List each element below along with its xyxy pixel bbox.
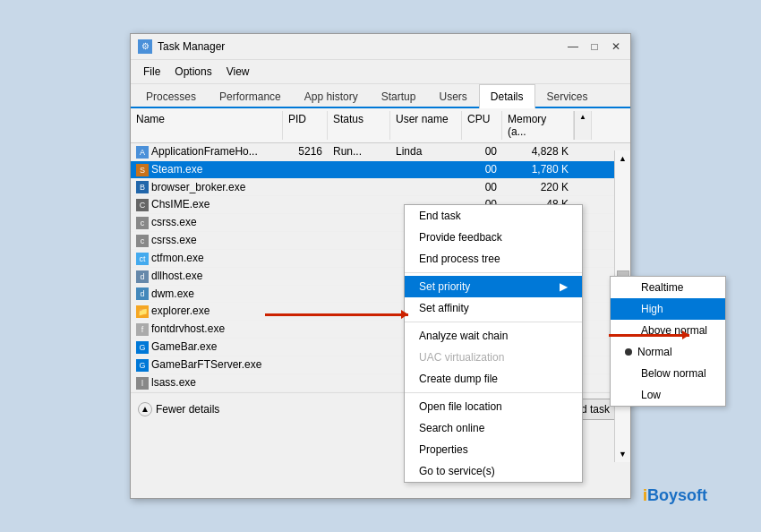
- table-row[interactable]: AApplicationFrameHo... 5216 Run... Linda…: [131, 143, 630, 161]
- col-user[interactable]: User name: [390, 111, 462, 140]
- ctx-provide-feedback[interactable]: Provide feedback: [405, 227, 582, 248]
- cell-status: [328, 214, 390, 231]
- ctx-create-dump[interactable]: Create dump file: [405, 368, 582, 390]
- cell-pid: [283, 374, 328, 391]
- tab-users[interactable]: Users: [427, 84, 478, 108]
- cell-name: ddwm.exe: [131, 286, 283, 303]
- title-bar-controls: — □ ✕: [566, 39, 623, 54]
- cell-memory: 1,780 K: [502, 161, 574, 178]
- cell-name: 📁explorer.exe: [131, 303, 283, 320]
- ctx-search-online[interactable]: Search online: [405, 417, 582, 439]
- ctx-set-affinity[interactable]: Set affinity: [405, 297, 582, 319]
- menu-file[interactable]: File: [138, 64, 166, 80]
- col-cpu[interactable]: CPU: [462, 111, 502, 140]
- tab-performance[interactable]: Performance: [208, 84, 293, 108]
- cell-name: ccsrss.exe: [131, 232, 283, 249]
- iboysoftbrand: iBoysoft: [643, 486, 707, 505]
- highlight-arrow-high: [609, 334, 689, 337]
- cell-pid: [283, 214, 328, 231]
- menu-options[interactable]: Options: [169, 64, 217, 80]
- cell-name: CChsIME.exe: [131, 196, 283, 213]
- cell-name: llsass.exe: [131, 374, 283, 391]
- tab-processes[interactable]: Processes: [134, 84, 208, 108]
- table-header: Name PID Status User name CPU Memory (a.…: [131, 108, 630, 143]
- cell-name: Bbrowser_broker.exe: [131, 179, 283, 196]
- cell-status: [328, 356, 390, 373]
- tab-details[interactable]: Details: [479, 84, 535, 108]
- app-icon: ⚙: [138, 39, 152, 54]
- ctx-go-to-service[interactable]: Go to service(s): [405, 460, 582, 482]
- sub-below-normal[interactable]: Below normal: [611, 363, 725, 384]
- cell-name: AApplicationFrameHo...: [131, 143, 283, 160]
- cell-memory: 4,828 K: [502, 143, 574, 160]
- cell-name: GGameBarFTServer.exe: [131, 356, 283, 373]
- table-row[interactable]: Bbrowser_broker.exe 00 220 K: [131, 179, 630, 197]
- cell-name: ffontdrvhost.exe: [131, 321, 283, 338]
- cell-extra: [574, 143, 592, 160]
- submenu-priority: Realtime High Above normal Normal Below …: [610, 276, 726, 407]
- cell-pid: [283, 196, 328, 213]
- tab-services[interactable]: Services: [535, 84, 600, 108]
- cell-user: [390, 161, 462, 178]
- tab-startup[interactable]: Startup: [370, 84, 428, 108]
- tab-app-history[interactable]: App history: [293, 84, 370, 108]
- cell-name: SSteam.exe: [131, 161, 283, 178]
- col-memory[interactable]: Memory (a...: [502, 111, 574, 140]
- col-pid[interactable]: PID: [283, 111, 328, 140]
- sub-normal[interactable]: Normal: [611, 341, 725, 363]
- ctx-separator-2: [405, 322, 582, 322]
- ctx-uac-virtualization[interactable]: UAC virtualization: [405, 347, 582, 368]
- tab-bar: Processes Performance App history Startu…: [131, 84, 630, 108]
- sub-low[interactable]: Low: [611, 384, 725, 406]
- col-status[interactable]: Status: [328, 111, 390, 140]
- scroll-down-arrow[interactable]: ▼: [619, 450, 627, 459]
- cell-name: ctctfmon.exe: [131, 250, 283, 267]
- sub-high[interactable]: High: [611, 298, 725, 320]
- close-button[interactable]: ✕: [609, 39, 623, 54]
- menu-view[interactable]: View: [221, 64, 255, 80]
- scroll-up-arrow[interactable]: ▲: [579, 113, 586, 121]
- sub-above-normal[interactable]: Above normal: [611, 320, 725, 341]
- ctx-separator-1: [405, 272, 582, 273]
- fewer-details-icon: ▲: [138, 402, 152, 416]
- ctx-separator-3: [405, 392, 582, 393]
- ctx-end-process-tree[interactable]: End process tree: [405, 248, 582, 270]
- scroll-up-arrow[interactable]: ▲: [619, 154, 627, 163]
- col-scroll: ▲: [574, 111, 592, 140]
- menu-bar: File Options View: [131, 60, 630, 84]
- cell-user: [390, 179, 462, 196]
- cell-pid: [283, 179, 328, 196]
- fewer-details-button[interactable]: ▲ Fewer details: [138, 402, 219, 416]
- ctx-end-task[interactable]: End task: [405, 205, 582, 227]
- ctx-analyze-wait[interactable]: Analyze wait chain: [405, 325, 582, 347]
- brand-boysoft: Boysoft: [647, 486, 707, 504]
- sub-realtime[interactable]: Realtime: [611, 277, 725, 298]
- ctx-set-priority[interactable]: Set priority ▶: [405, 276, 582, 297]
- task-manager-window: ⚙ Task Manager — □ ✕ File Options View P…: [130, 33, 631, 499]
- ctx-open-location[interactable]: Open file location: [405, 396, 582, 417]
- cell-extra: [574, 161, 592, 178]
- fewer-details-label: Fewer details: [156, 403, 219, 416]
- cell-user: Linda: [390, 143, 462, 160]
- cell-pid: [283, 161, 328, 178]
- cell-name: ccsrss.exe: [131, 214, 283, 231]
- col-name[interactable]: Name: [131, 111, 283, 140]
- cell-status: [328, 179, 390, 196]
- maximize-button[interactable]: □: [587, 39, 602, 54]
- ctx-properties[interactable]: Properties: [405, 439, 582, 460]
- radio-dot-icon: [625, 348, 632, 356]
- cell-cpu: 00: [462, 179, 502, 196]
- minimize-button[interactable]: —: [566, 39, 580, 54]
- table-row[interactable]: SSteam.exe 00 1,780 K: [131, 161, 630, 179]
- title-bar: ⚙ Task Manager — □ ✕: [131, 34, 630, 60]
- cell-name: ddllhost.exe: [131, 268, 283, 285]
- cell-memory: 220 K: [502, 179, 574, 196]
- cell-pid: 5216: [283, 143, 328, 160]
- cell-status: [328, 196, 390, 213]
- cell-status: [328, 374, 390, 391]
- cell-status: [328, 161, 390, 178]
- cell-status: Run...: [328, 143, 390, 160]
- cell-name: GGameBar.exe: [131, 339, 283, 356]
- cell-pid: [283, 356, 328, 373]
- context-menu: End task Provide feedback End process tr…: [404, 204, 583, 483]
